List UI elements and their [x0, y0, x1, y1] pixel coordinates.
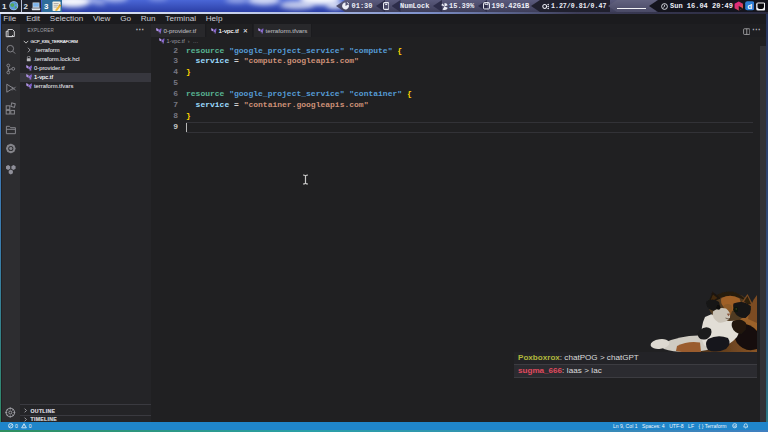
- svg-text:d: d: [747, 2, 752, 11]
